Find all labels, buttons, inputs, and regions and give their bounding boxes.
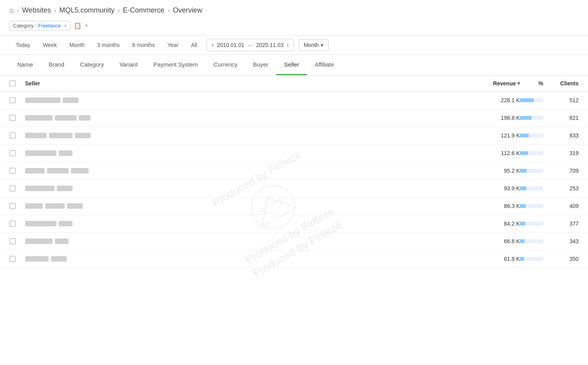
- blurred-seller-segment: [47, 168, 69, 173]
- row-clients: 409: [543, 203, 579, 209]
- breadcrumb-websites[interactable]: Websites: [22, 6, 51, 14]
- row-checkbox[interactable]: [9, 150, 25, 156]
- breadcrumb-sep-2: ›: [54, 7, 56, 14]
- table-row: 228.1 K512: [0, 92, 588, 109]
- blurred-seller-segment: [25, 168, 45, 173]
- breadcrumb-sep-4: ›: [168, 7, 170, 14]
- row-checkbox-box[interactable]: [9, 203, 16, 209]
- breadcrumb-mql5[interactable]: MQL5.community: [59, 6, 114, 14]
- row-checkbox[interactable]: [9, 97, 25, 103]
- home-icon[interactable]: ⌂: [9, 6, 14, 14]
- row-seller: [25, 115, 473, 121]
- row-checkbox[interactable]: [9, 203, 25, 209]
- time-btn-3months[interactable]: 3 months: [91, 39, 126, 51]
- row-seller: [25, 133, 473, 138]
- row-checkbox[interactable]: [9, 115, 25, 121]
- blurred-seller-segment: [25, 133, 47, 138]
- blurred-seller-segment: [75, 133, 91, 138]
- row-seller: [25, 239, 473, 244]
- row-pct: [520, 134, 543, 137]
- row-checkbox[interactable]: [9, 220, 25, 227]
- table-row: 95.2 K709: [0, 162, 588, 180]
- row-checkbox-box[interactable]: [9, 220, 16, 227]
- col-tab-currency[interactable]: Currency: [206, 55, 245, 75]
- filter-clear-icon[interactable]: ×: [85, 22, 88, 29]
- row-checkbox-box[interactable]: [9, 168, 16, 174]
- blurred-seller-segment: [25, 221, 56, 226]
- col-tab-name[interactable]: Name: [9, 55, 41, 75]
- time-btn-year[interactable]: Year: [161, 39, 185, 51]
- row-pct: [520, 98, 543, 102]
- row-revenue: 228.1 K: [473, 97, 520, 103]
- filter-bar: Category | Freelance × 📋 ×: [0, 19, 588, 35]
- table-row: 93.9 K253: [0, 180, 588, 197]
- row-checkbox[interactable]: [9, 238, 25, 244]
- table-row: 61.8 K350: [0, 250, 588, 268]
- row-checkbox-box[interactable]: [9, 132, 16, 139]
- col-tab-payment-system[interactable]: Payment System: [145, 55, 205, 75]
- row-pct: [520, 116, 543, 120]
- row-pct: [520, 239, 543, 243]
- time-range-picker[interactable]: ‹ 2010.01.01 — 2020.11.03 ›: [207, 39, 294, 51]
- blurred-seller-segment: [25, 98, 60, 103]
- row-checkbox-box[interactable]: [9, 256, 16, 262]
- row-revenue: 66.8 K: [473, 238, 520, 244]
- row-checkbox[interactable]: [9, 168, 25, 174]
- table-row: 112.6 K319: [0, 145, 588, 162]
- breadcrumb: ⌂ › Websites › MQL5.community › E-Commer…: [0, 0, 588, 19]
- col-tab-variant[interactable]: Variant: [112, 55, 145, 75]
- blurred-seller-segment: [25, 186, 54, 191]
- row-checkbox-box[interactable]: [9, 238, 16, 244]
- col-tab-buyer[interactable]: Buyer: [245, 55, 276, 75]
- blurred-seller-segment: [79, 115, 91, 121]
- blurred-seller-segment: [71, 168, 89, 173]
- blurred-seller-segment: [49, 133, 73, 138]
- filter-doc-icon[interactable]: 📋: [74, 22, 82, 29]
- row-checkbox[interactable]: [9, 256, 25, 262]
- time-range-right-arrow[interactable]: ›: [287, 42, 289, 49]
- row-seller: [25, 150, 473, 156]
- group-select[interactable]: Month ▾: [299, 39, 328, 51]
- time-btn-all[interactable]: All: [185, 39, 203, 51]
- row-seller: [25, 221, 473, 226]
- filter-tag-divider: |: [35, 23, 36, 29]
- row-pct: [520, 186, 543, 190]
- row-clients: 253: [543, 185, 579, 192]
- time-btn-6months[interactable]: 6 months: [126, 39, 161, 51]
- col-tab-seller[interactable]: Seller: [276, 55, 307, 75]
- breadcrumb-sep-3: ›: [118, 7, 120, 14]
- row-revenue: 84.2 K: [473, 220, 520, 227]
- col-tab-brand[interactable]: Brand: [41, 55, 72, 75]
- time-btn-today[interactable]: Today: [9, 39, 36, 51]
- time-btn-week[interactable]: Week: [36, 39, 63, 51]
- row-clients: 833: [543, 132, 579, 139]
- row-seller: [25, 168, 473, 173]
- th-revenue[interactable]: Revenue ▾: [473, 80, 520, 87]
- col-tab-category[interactable]: Category: [72, 55, 112, 75]
- row-clients: 709: [543, 168, 579, 174]
- table-header: Seller Revenue ▾ % Clients: [0, 76, 588, 92]
- row-clients: 821: [543, 115, 579, 121]
- row-revenue: 61.8 K: [473, 256, 520, 262]
- row-seller: [25, 256, 473, 262]
- row-checkbox[interactable]: [9, 185, 25, 192]
- row-checkbox[interactable]: [9, 132, 25, 139]
- row-clients: 512: [543, 97, 579, 103]
- blurred-seller-segment: [25, 239, 53, 244]
- row-checkbox-box[interactable]: [9, 115, 16, 121]
- filter-tag-category[interactable]: Category | Freelance ×: [9, 21, 71, 31]
- time-btn-month[interactable]: Month: [63, 39, 91, 51]
- time-range-left-arrow[interactable]: ‹: [212, 42, 214, 49]
- breadcrumb-ecommerce[interactable]: E-Commerce: [123, 6, 165, 14]
- row-checkbox-box[interactable]: [9, 97, 16, 103]
- row-clients: 319: [543, 150, 579, 156]
- col-tab-affiliate[interactable]: Affiliate: [307, 55, 342, 75]
- filter-tag-close-icon[interactable]: ×: [64, 23, 67, 29]
- row-checkbox-box[interactable]: [9, 185, 16, 192]
- th-checkbox[interactable]: [9, 80, 25, 87]
- table-body: 228.1 K512196.8 K821121.9 K833112.6 K319…: [0, 92, 588, 268]
- blurred-seller-segment: [55, 239, 69, 244]
- time-range-start: 2010.01.01: [217, 42, 244, 48]
- row-checkbox-box[interactable]: [9, 150, 16, 156]
- select-all-checkbox[interactable]: [9, 80, 16, 87]
